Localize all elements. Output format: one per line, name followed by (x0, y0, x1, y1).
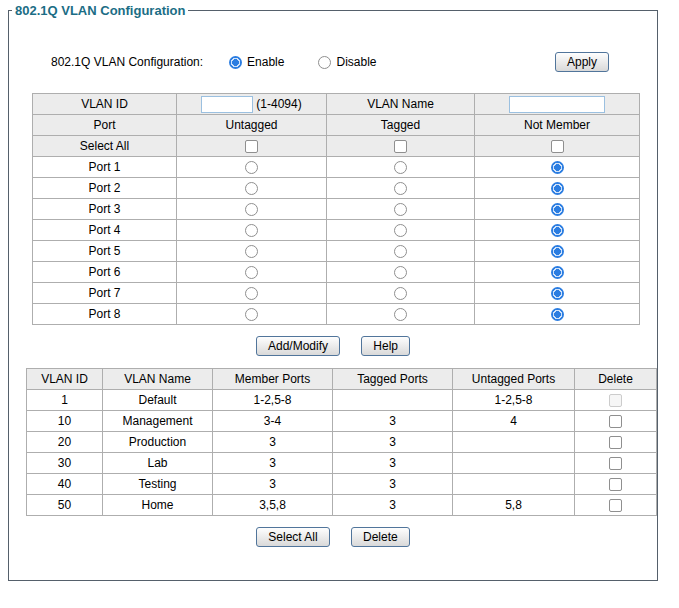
tagged-radio[interactable] (394, 203, 407, 216)
port-label-cell: Port 7 (33, 283, 177, 304)
vlan-rows: 1 Default 1-2,5-8 1-2,5-8 10 Management … (27, 390, 657, 516)
vlan-row: 50 Home 3,5,8 3 5,8 (27, 495, 657, 516)
vlan-name-cell: Home (103, 495, 213, 516)
not-member-radio[interactable] (551, 266, 564, 279)
not-member-radio[interactable] (551, 287, 564, 300)
page: { "legend": "802.1Q VLAN Configuration",… (0, 0, 679, 608)
select-all-untagged-checkbox[interactable] (245, 140, 258, 153)
tagged-radio[interactable] (394, 182, 407, 195)
disable-option[interactable]: Disable (318, 55, 376, 69)
untagged-radio[interactable] (245, 203, 258, 216)
not-member-radio[interactable] (551, 182, 564, 195)
membership-header-row: Port Untagged Tagged Not Member (33, 115, 640, 136)
vlan-list-header-row: VLAN ID VLAN Name Member Ports Tagged Po… (27, 369, 657, 390)
section-title: 802.1Q VLAN Configuration (12, 3, 188, 18)
vlan-id-header: VLAN ID (27, 369, 103, 390)
vlan-id-input[interactable] (201, 96, 253, 113)
member-ports-cell: 3 (213, 453, 333, 474)
port-label-cell: Port 5 (33, 241, 177, 262)
enable-label: Enable (247, 55, 284, 69)
untagged-radio[interactable] (245, 308, 258, 321)
member-ports-cell: 3-4 (213, 411, 333, 432)
add-modify-button[interactable]: Add/Modify (256, 336, 340, 356)
delete-checkbox[interactable] (609, 499, 622, 512)
vlan-row: 10 Management 3-4 3 4 (27, 411, 657, 432)
delete-header: Delete (575, 369, 657, 390)
untagged-col-header: Untagged (177, 115, 327, 136)
vlan-row: 40 Testing 3 3 (27, 474, 657, 495)
tagged-radio[interactable] (394, 245, 407, 258)
vlan-id-cell: 10 (27, 411, 103, 432)
port-row: Port 3 (33, 199, 640, 220)
member-ports-cell: 3 (213, 474, 333, 495)
enable-radio[interactable] (229, 56, 242, 69)
tagged-radio[interactable] (394, 266, 407, 279)
select-all-not-member-checkbox[interactable] (551, 140, 564, 153)
vlan-id-hint: (1-4094) (256, 97, 301, 111)
vlan-id-cell: 1 (27, 390, 103, 411)
tagged-radio[interactable] (394, 308, 407, 321)
delete-checkbox[interactable] (609, 415, 622, 428)
untagged-radio[interactable] (245, 224, 258, 237)
form-button-row: Add/Modify Help (9, 336, 657, 356)
select-all-row: Select All (33, 136, 640, 157)
tagged-ports-cell: 3 (333, 411, 453, 432)
untagged-ports-cell: 4 (453, 411, 575, 432)
untagged-ports-cell (453, 453, 575, 474)
tagged-ports-header: Tagged Ports (333, 369, 453, 390)
untagged-radio[interactable] (245, 182, 258, 195)
tagged-radio[interactable] (394, 161, 407, 174)
untagged-ports-cell (453, 432, 575, 453)
vlan-id-cell: 30 (27, 453, 103, 474)
delete-button[interactable]: Delete (351, 527, 410, 547)
untagged-radio[interactable] (245, 161, 258, 174)
delete-checkbox[interactable] (609, 457, 622, 470)
not-member-radio[interactable] (551, 161, 564, 174)
vlan-name-input[interactable] (509, 96, 605, 113)
port-label-cell: Port 4 (33, 220, 177, 241)
not-member-col-header: Not Member (475, 115, 640, 136)
tagged-radio[interactable] (394, 224, 407, 237)
port-row: Port 4 (33, 220, 640, 241)
untagged-radio[interactable] (245, 245, 258, 258)
untagged-ports-cell: 5,8 (453, 495, 575, 516)
tagged-ports-cell (333, 390, 453, 411)
tagged-ports-cell: 3 (333, 453, 453, 474)
not-member-radio[interactable] (551, 308, 564, 321)
untagged-radio[interactable] (245, 266, 258, 279)
disable-radio[interactable] (318, 56, 331, 69)
tagged-ports-cell: 3 (333, 432, 453, 453)
vlan-id-input-cell: (1-4094) (177, 94, 327, 115)
tagged-radio[interactable] (394, 287, 407, 300)
untagged-ports-cell: 1-2,5-8 (453, 390, 575, 411)
not-member-radio[interactable] (551, 203, 564, 216)
port-label-cell: Port 2 (33, 178, 177, 199)
table-button-row: Select All Delete (9, 527, 657, 547)
apply-button[interactable]: Apply (555, 52, 609, 72)
not-member-radio[interactable] (551, 245, 564, 258)
vlan-id-cell: 40 (27, 474, 103, 495)
untagged-ports-cell (453, 474, 575, 495)
vlan-name-header: VLAN Name (103, 369, 213, 390)
port-row: Port 2 (33, 178, 640, 199)
tagged-ports-cell: 3 (333, 495, 453, 516)
enable-option[interactable]: Enable (229, 55, 284, 69)
delete-checkbox[interactable] (609, 478, 622, 491)
not-member-radio[interactable] (551, 224, 564, 237)
port-row: Port 7 (33, 283, 640, 304)
vlan-id-cell: 20 (27, 432, 103, 453)
vlan-id-row: VLAN ID (1-4094) VLAN Name (33, 94, 640, 115)
vlan-list-table: VLAN ID VLAN Name Member Ports Tagged Po… (26, 368, 657, 516)
select-all-button[interactable]: Select All (256, 527, 329, 547)
vlan-name-cell: Management (103, 411, 213, 432)
vlan-name-cell: Production (103, 432, 213, 453)
select-all-tagged-checkbox[interactable] (394, 140, 407, 153)
port-label-cell: Port 6 (33, 262, 177, 283)
port-row: Port 5 (33, 241, 640, 262)
vlan-row: 30 Lab 3 3 (27, 453, 657, 474)
delete-checkbox[interactable] (609, 436, 622, 449)
port-label-cell: Port 8 (33, 304, 177, 325)
help-button[interactable]: Help (361, 336, 410, 356)
port-label-cell: Port 3 (33, 199, 177, 220)
untagged-radio[interactable] (245, 287, 258, 300)
